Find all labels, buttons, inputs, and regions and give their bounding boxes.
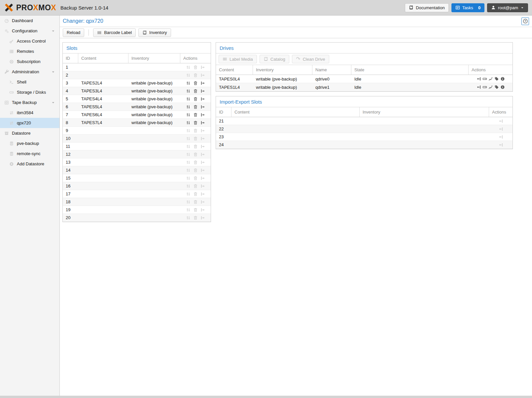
drive-row[interactable]: TAPES1L4writable (pve-backup)qdrive1Idle: [216, 83, 513, 91]
import-export-slot-row[interactable]: 23: [216, 133, 513, 141]
sidebar-item-tape-backup[interactable]: Tape Backup: [0, 97, 59, 108]
trash-icon[interactable]: [193, 105, 198, 109]
column-header-content[interactable]: Content: [78, 53, 128, 63]
export-icon[interactable]: [200, 120, 205, 125]
slot-row[interactable]: 4TAPES3L4writable (pve-backup): [63, 87, 211, 95]
slot-row[interactable]: 18: [63, 198, 211, 206]
export-icon[interactable]: [200, 89, 205, 93]
import-export-slot-row[interactable]: 22: [216, 125, 513, 133]
column-header-name[interactable]: Name: [312, 65, 351, 75]
sidebar-item-pve-backup[interactable]: pve-backup: [0, 138, 59, 149]
export-icon[interactable]: [200, 113, 205, 117]
export-icon[interactable]: [200, 97, 205, 101]
trash-icon[interactable]: [193, 97, 198, 101]
inventory-button[interactable]: Inventory: [138, 28, 171, 37]
sidebar-item-qpx720[interactable]: qpx720: [0, 118, 59, 128]
user-menu-button[interactable]: root@pam: [487, 3, 528, 12]
transfer-icon[interactable]: [186, 105, 191, 109]
sidebar-item-datastore[interactable]: Datastore: [0, 128, 59, 138]
slot-row[interactable]: 1: [63, 63, 211, 71]
slot-row[interactable]: 3TAPES2L4writable (pve-backup): [63, 79, 211, 87]
slot-row[interactable]: 20: [63, 214, 211, 222]
slot-row[interactable]: 9: [63, 127, 211, 135]
slot-row[interactable]: 7TAPES6L4writable (pve-backup): [63, 111, 211, 119]
table-cell: qdrive1: [312, 85, 351, 90]
unload-icon[interactable]: [477, 77, 481, 81]
slot-row[interactable]: 11: [63, 143, 211, 150]
column-header-state[interactable]: State: [351, 65, 469, 75]
unload-icon[interactable]: [477, 85, 481, 89]
barcode-label-button[interactable]: Barcode Label: [93, 28, 136, 37]
sidebar-item-ibm3584[interactable]: ibm3584: [0, 108, 59, 118]
tasks-button[interactable]: Tasks 0: [451, 3, 484, 12]
reload-button[interactable]: Reload: [63, 28, 84, 37]
slot-row[interactable]: 19: [63, 206, 211, 214]
sidebar-item-shell[interactable]: Shell: [0, 77, 59, 87]
column-header-content[interactable]: Content: [216, 65, 253, 75]
chart-line-icon[interactable]: [488, 85, 493, 89]
transfer-icon[interactable]: [186, 97, 191, 101]
book-icon: [264, 57, 268, 61]
slot-row[interactable]: 16: [63, 182, 211, 190]
collapse-caret-icon[interactable]: [51, 70, 55, 74]
documentation-label: Documentation: [416, 5, 444, 10]
column-header-actions[interactable]: Actions: [489, 107, 513, 117]
import-export-slot-row[interactable]: 21: [216, 117, 513, 125]
column-header-inventory[interactable]: Inventory: [360, 107, 489, 117]
sidebar-item-remote-sync[interactable]: remote-sync: [0, 149, 59, 159]
transfer-icon[interactable]: [186, 120, 191, 125]
trash-icon[interactable]: [193, 89, 198, 93]
slot-row[interactable]: 13: [63, 158, 211, 166]
trash-icon[interactable]: [193, 120, 198, 125]
transfer-icon[interactable]: [186, 81, 191, 85]
column-header-actions[interactable]: Actions: [469, 65, 513, 75]
slot-row[interactable]: 8TAPES7L4writable (pve-backup): [63, 119, 211, 127]
sidebar-item-subscription[interactable]: Subscription: [0, 56, 59, 67]
slot-row[interactable]: 12: [63, 150, 211, 158]
export-icon[interactable]: [200, 81, 205, 85]
import-export-slot-row[interactable]: 24: [216, 141, 513, 149]
slot-row[interactable]: 17: [63, 190, 211, 198]
column-header-actions[interactable]: Actions: [180, 53, 211, 63]
drive-row[interactable]: TAPES0L4writable (pve-backup)qdrive0Idle: [216, 75, 513, 83]
transfer-icon[interactable]: [186, 89, 191, 93]
sidebar-item-storage-disks[interactable]: Storage / Disks: [0, 87, 59, 97]
collapse-caret-icon[interactable]: [51, 29, 55, 33]
slot-row[interactable]: 5TAPES4L4writable (pve-backup): [63, 95, 211, 103]
drive-icon[interactable]: [482, 85, 487, 89]
column-header-inventory[interactable]: Inventory: [128, 53, 180, 63]
export-icon[interactable]: [200, 105, 205, 109]
collapse-caret-icon[interactable]: [51, 101, 55, 105]
documentation-button[interactable]: Documentation: [405, 3, 448, 12]
sidebar-item-label: Storage / Disks: [17, 90, 46, 95]
help-button[interactable]: ?: [521, 17, 529, 25]
sidebar-item-configuration[interactable]: Configuration: [0, 26, 59, 36]
info-icon[interactable]: [500, 85, 505, 89]
trash-icon[interactable]: [193, 81, 198, 85]
table-cell: 5: [63, 96, 78, 101]
column-header-inventory[interactable]: Inventory: [253, 65, 312, 75]
sidebar-item-remotes[interactable]: Remotes: [0, 46, 59, 56]
slot-row[interactable]: 15: [63, 174, 211, 182]
sidebar-item-access-control[interactable]: Access Control: [0, 36, 59, 46]
tag-icon[interactable]: [494, 77, 499, 81]
slot-row[interactable]: 2: [63, 71, 211, 79]
sidebar-item-dashboard[interactable]: Dashboard: [0, 16, 59, 26]
app-window: PROXMOX Backup Server 1.0-14 Documentati…: [0, 0, 532, 398]
trash-icon[interactable]: [193, 113, 198, 117]
drive-icon[interactable]: [482, 77, 487, 81]
chart-line-icon[interactable]: [488, 77, 493, 81]
actions-cell: [180, 89, 211, 93]
slot-row[interactable]: 14: [63, 166, 211, 174]
slot-row[interactable]: 6TAPES5L4writable (pve-backup): [63, 103, 211, 111]
column-header-id[interactable]: ID: [63, 53, 78, 63]
barcode-icon: [97, 30, 102, 35]
sidebar-item-add-datastore[interactable]: Add Datastore: [0, 159, 59, 169]
column-header-content[interactable]: Content: [231, 107, 360, 117]
sidebar-item-administration[interactable]: Administration: [0, 67, 59, 77]
transfer-icon[interactable]: [186, 113, 191, 117]
column-header-id[interactable]: ID: [216, 107, 231, 117]
tag-icon[interactable]: [494, 85, 499, 89]
slot-row[interactable]: 10: [63, 135, 211, 143]
info-icon[interactable]: [500, 77, 505, 81]
